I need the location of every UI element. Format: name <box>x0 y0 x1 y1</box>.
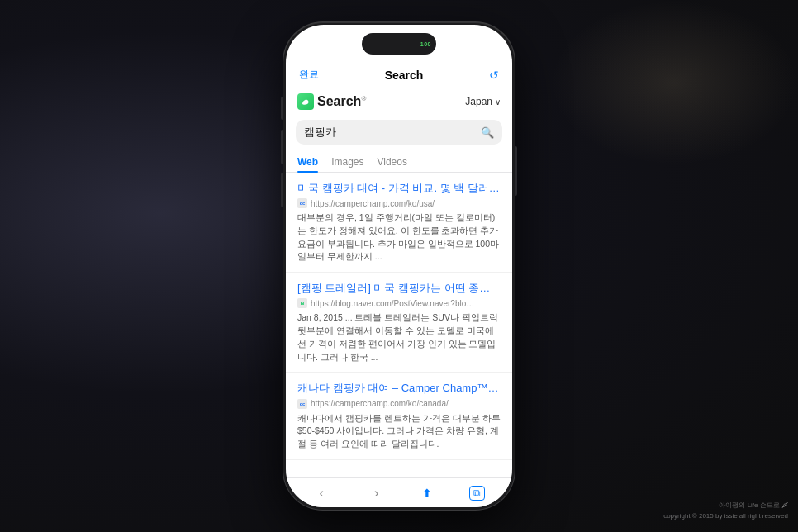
nav-title: Search <box>385 69 424 82</box>
tab-images[interactable]: Images <box>331 151 363 172</box>
browser-share-button[interactable]: ⬆ <box>422 487 432 500</box>
result-title[interactable]: [캠핑 트레일러] 미국 캠핑카는 어떤 종류가 있... <box>297 281 501 296</box>
result-url: https://blog.naver.com/PostView.naver?bl… <box>311 299 476 308</box>
result-source: cc https://camperchamp.com/ko/usa/ <box>297 198 501 208</box>
search-icon[interactable]: 🔍 <box>481 126 494 139</box>
volume-up-button <box>281 130 283 164</box>
result-url: https://camperchamp.com/ko/canada/ <box>311 399 449 408</box>
phone-screen: 100 완료 Search ↺ Search® <box>286 25 512 507</box>
tab-videos[interactable]: Videos <box>377 151 406 172</box>
search-result-item: 캐나다 캠핑카 대여 – Camper Champ™와 ... cc https… <box>286 373 512 459</box>
country-selector[interactable]: Japan ∨ <box>465 96 501 107</box>
volume-down-button <box>281 173 283 207</box>
search-input-value[interactable]: 캠핑카 <box>304 125 476 140</box>
search-bar[interactable]: 캠핑카 🔍 <box>296 120 502 145</box>
result-snippet: Jan 8, 2015 ... 트레블 트레일러는 SUV나 픽업트럭 뒷부분에… <box>297 311 501 363</box>
search-result-item: [캠핑 트레일러] 미국 캠핑카는 어떤 종류가 있... N https://… <box>286 273 512 373</box>
nav-back-button[interactable]: 완료 <box>299 68 319 82</box>
browser-back-button[interactable]: ‹ <box>313 482 330 504</box>
app-header: Search® Japan ∨ <box>286 87 512 115</box>
app-logo: Search® <box>297 93 366 110</box>
nav-refresh-button[interactable]: ↺ <box>489 69 499 82</box>
tab-web[interactable]: Web <box>297 151 318 172</box>
logo-icon <box>297 93 314 110</box>
result-source: cc https://camperchamp.com/ko/canada/ <box>297 399 501 409</box>
battery-indicator: 100 <box>420 41 431 47</box>
country-label: Japan <box>465 96 492 107</box>
favicon-icon: N <box>297 298 307 308</box>
result-title[interactable]: 미국 캠핑카 대여 - 가격 비교. 몇 백 달러를 절... <box>297 181 501 196</box>
power-button <box>515 146 517 196</box>
dynamic-island: 100 <box>362 33 436 55</box>
favicon-icon: cc <box>297 399 307 409</box>
screen-content: 완료 Search ↺ Search® Japan <box>286 25 512 507</box>
result-title[interactable]: 캐나다 캠핑카 대여 – Camper Champ™와 ... <box>297 381 501 396</box>
nav-bar: 완료 Search ↺ <box>286 61 512 87</box>
browser-forward-button[interactable]: › <box>368 482 385 504</box>
phone-frame: 100 완료 Search ↺ Search® <box>283 22 515 510</box>
result-snippet: 대부분의 경우, 1일 주행거리(마일 또는 킬로미터)는 한도가 정해져 있어… <box>297 211 501 264</box>
result-url: https://camperchamp.com/ko/usa/ <box>311 199 435 208</box>
logo-text: Search® <box>317 94 366 109</box>
browser-bottom-bar: ‹ › ⬆ ⧉ <box>286 477 512 507</box>
browser-tabs-button[interactable]: ⧉ <box>469 486 485 501</box>
search-results-list: 미국 캠핑카 대여 - 가격 비교. 몇 백 달러를 절... cc https… <box>286 173 512 477</box>
result-source: N https://blog.naver.com/PostView.naver?… <box>297 298 501 308</box>
watermark: 아이쟁의 Life 슨드로 🌶 copyright © 2015 by issi… <box>663 501 788 522</box>
favicon-icon: cc <box>297 198 307 208</box>
result-snippet: 캐나다에서 캠핑카를 렌트하는 가격은 대부분 하루 $50-$450 사이입니… <box>297 412 501 451</box>
silent-button <box>281 97 283 120</box>
search-result-item: 미국 캠핑카 대여 - 가격 비교. 몇 백 달러를 절... cc https… <box>286 173 512 273</box>
tabs-bar: Web Images Videos <box>286 151 512 173</box>
chevron-down-icon: ∨ <box>495 97 501 107</box>
